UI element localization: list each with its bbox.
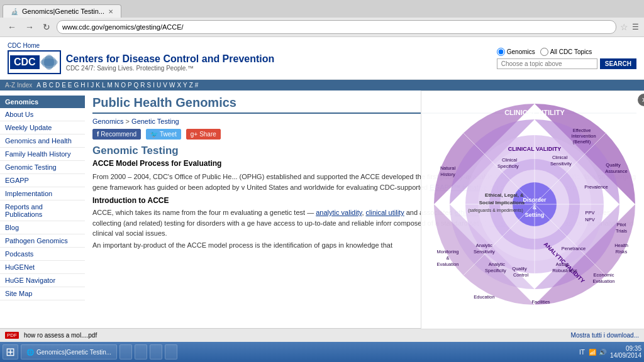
sidebar-item-huge-navigator[interactable]: HuGE Navigator	[0, 274, 85, 287]
breadcrumb-home[interactable]: Genomics	[92, 118, 124, 125]
menu-icon[interactable]: ☰	[632, 23, 639, 31]
sidebar-item-genomics-health[interactable]: Genomics and Health	[0, 134, 85, 148]
svg-text:Sensitivity: Sensitivity	[474, 249, 495, 255]
sidebar-item-family-health[interactable]: Family Health History	[0, 148, 85, 161]
alpha-i1[interactable]: I	[87, 82, 89, 89]
alpha-q[interactable]: Q	[134, 82, 139, 89]
twitter-icon: 🐦	[150, 131, 158, 138]
svg-text:History: History	[440, 172, 455, 177]
sidebar-item-podcasts[interactable]: Podcasts	[0, 248, 85, 261]
alpha-i2[interactable]: I	[153, 82, 155, 89]
clock-time: 09:35	[610, 345, 641, 352]
alpha-m[interactable]: M	[108, 82, 113, 89]
alpha-c[interactable]: C	[49, 82, 53, 89]
svg-text:(Benefit): (Benefit)	[573, 139, 591, 145]
alpha-g[interactable]: G	[74, 82, 79, 89]
genomics-radio[interactable]: Genomics	[497, 48, 535, 56]
start-button[interactable]: ⊞	[3, 344, 18, 359]
search-button[interactable]: SEARCH	[600, 58, 636, 69]
svg-text:Trials: Trials	[616, 228, 627, 234]
download-all-link[interactable]: Mostra tutti i download...	[571, 332, 639, 339]
pdf-icon: PDF	[5, 332, 19, 339]
acce-wheel-diagram: CLINICAL UTILITY CLINICAL VALIDITY ANALY…	[421, 91, 644, 324]
alpha-e2[interactable]: E	[68, 82, 72, 89]
taskbar-app3[interactable]	[135, 344, 147, 359]
sidebar-item-blog[interactable]: Blog	[0, 221, 85, 234]
all-topics-radio[interactable]: All CDC Topics	[540, 48, 592, 56]
forward-button[interactable]: →	[23, 21, 36, 33]
googleplus-share-btn[interactable]: g+ Share	[186, 129, 221, 140]
alpha-a[interactable]: A	[36, 82, 41, 89]
svg-text:Effective: Effective	[573, 128, 591, 133]
sidebar-item-sitemap[interactable]: Site Map	[0, 287, 85, 300]
url-input[interactable]	[57, 20, 616, 34]
twitter-tweet-btn[interactable]: 🐦 Tweet	[146, 129, 181, 140]
svg-text:Evaluation: Evaluation	[436, 261, 458, 267]
alpha-nav: A-Z Index A B C D E E G H I J K L M N O …	[0, 80, 644, 90]
sidebar-item-pathogen[interactable]: Pathogen Genomics	[0, 234, 85, 248]
alpha-n[interactable]: N	[114, 82, 119, 89]
sidebar-item-egapp[interactable]: EGAPP	[0, 174, 85, 187]
network-icon: 📶	[589, 349, 596, 356]
address-bar: ← → ↻ ☆ ☰	[0, 18, 644, 36]
az-index-label: A-Z Index	[5, 82, 32, 89]
globe-icon: 🌐	[26, 349, 34, 356]
alpha-v[interactable]: V	[163, 82, 167, 89]
taskbar-lang: IT	[579, 349, 585, 356]
sidebar-item-implementation[interactable]: Implementation	[0, 187, 85, 200]
sidebar-item-weekly[interactable]: Weekly Update	[0, 121, 85, 134]
cdc-home-link[interactable]: CDC Home	[8, 42, 274, 49]
alpha-h[interactable]: H	[80, 82, 85, 89]
refresh-button[interactable]: ↻	[40, 21, 53, 33]
alpha-d[interactable]: D	[55, 82, 60, 89]
sidebar-item-hugenet[interactable]: HuGENet	[0, 261, 85, 274]
alpha-j[interactable]: J	[91, 82, 94, 89]
bookmark-icon[interactable]: ☆	[620, 22, 628, 32]
breadcrumb-current[interactable]: Genetic Testing	[131, 118, 179, 125]
alpha-w[interactable]: W	[169, 82, 175, 89]
taskbar-app4[interactable]	[150, 344, 162, 359]
svg-text:Disorder: Disorder	[523, 197, 547, 203]
svg-text:Control: Control	[513, 272, 529, 278]
alpha-p[interactable]: P	[128, 82, 132, 89]
analytic-validity-link[interactable]: analytic validity	[316, 209, 362, 216]
svg-text:Clinical: Clinical	[502, 157, 518, 163]
svg-text:Facilities: Facilities	[531, 299, 550, 305]
alpha-l[interactable]: L	[102, 82, 106, 89]
alpha-o[interactable]: O	[121, 82, 126, 89]
svg-text:Assurance: Assurance	[605, 168, 627, 174]
tab-close-btn[interactable]: ✕	[108, 8, 113, 15]
alpha-hash[interactable]: #	[195, 82, 199, 89]
svg-text:Monitoring: Monitoring	[436, 249, 458, 255]
svg-text:NPV: NPV	[585, 217, 594, 222]
taskbar-app2[interactable]	[119, 344, 132, 359]
taskbar-system-icons: 📶 🔊	[589, 349, 606, 356]
alpha-s[interactable]: S	[147, 82, 152, 89]
sidebar-item-reports[interactable]: Reports and Publications	[0, 200, 85, 221]
svg-text:Risks: Risks	[616, 249, 628, 255]
alpha-x[interactable]: X	[177, 82, 181, 89]
svg-text:Clinical: Clinical	[552, 155, 568, 160]
svg-text:(safeguards & impediments): (safeguards & impediments)	[468, 208, 523, 213]
tab-favicon: 🔬	[11, 8, 18, 15]
alpha-y[interactable]: Y	[183, 82, 187, 89]
pdf-filename[interactable]: how ro assess a mol....pdf	[24, 332, 97, 339]
browser-tab[interactable]: 🔬 Genomics|Genetic Testin... ✕	[3, 4, 121, 18]
taskbar-app5[interactable]	[165, 344, 177, 359]
alpha-k[interactable]: K	[96, 82, 100, 89]
back-button[interactable]: ←	[5, 21, 19, 33]
sidebar-item-about[interactable]: About Us	[0, 108, 85, 121]
clinical-utility-link[interactable]: clinical utility	[366, 209, 404, 216]
taskbar-left: ⊞ 🌐 Genomics|Genetic Testin...	[3, 344, 177, 359]
sidebar-item-genomic-testing[interactable]: Genomic Testing	[0, 161, 85, 174]
search-input[interactable]	[497, 58, 597, 69]
facebook-recommend-btn[interactable]: f Recommend	[92, 129, 141, 140]
alpha-u[interactable]: U	[157, 82, 161, 89]
svg-text:Quality: Quality	[606, 162, 621, 168]
alpha-b[interactable]: B	[43, 82, 47, 89]
alpha-z[interactable]: Z	[189, 82, 193, 89]
alpha-r[interactable]: R	[140, 82, 145, 89]
alpha-e1[interactable]: E	[62, 82, 66, 89]
taskbar-browser[interactable]: 🌐 Genomics|Genetic Testin...	[21, 344, 117, 359]
cdc-header: CDC Home CDC Centers for Disease Control…	[0, 37, 644, 80]
